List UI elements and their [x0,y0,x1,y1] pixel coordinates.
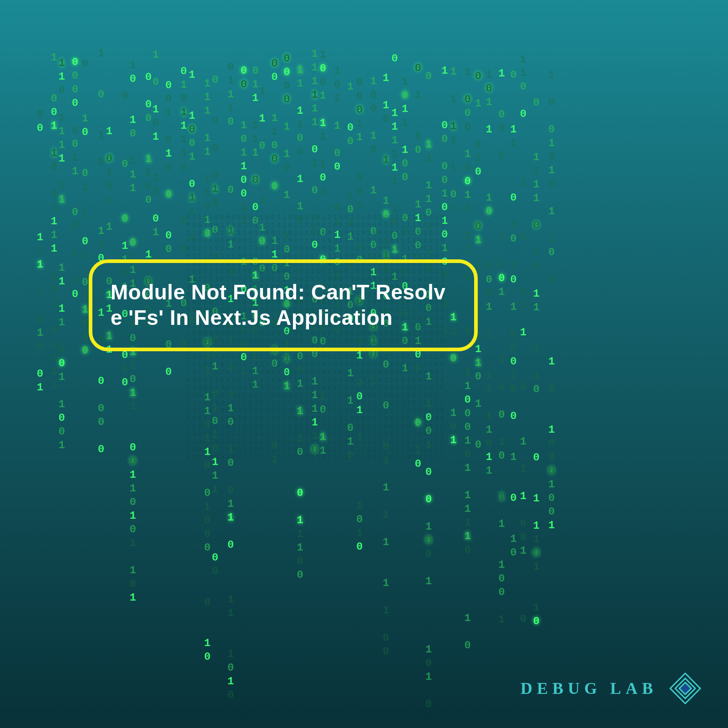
brand-container: DEBUG LAB [521,671,703,706]
page-title: Module Not Found: Can'T Resolve 'Fs' In … [111,279,456,330]
brand-logo-icon [667,671,703,706]
svg-rect-2 [679,682,691,694]
title-container: Module Not Found: Can'T Resolve 'Fs' In … [89,259,478,351]
brand-label: DEBUG LAB [521,679,657,698]
